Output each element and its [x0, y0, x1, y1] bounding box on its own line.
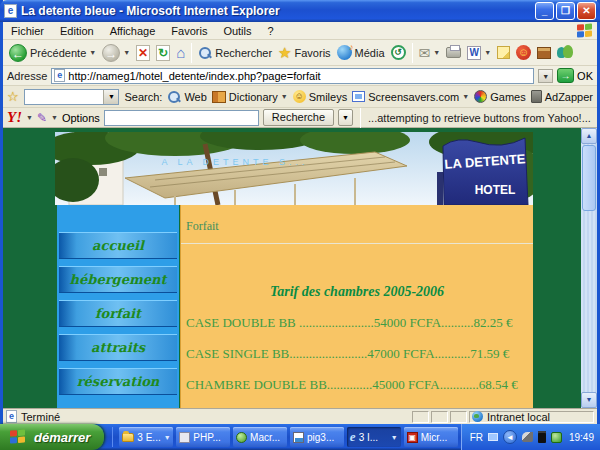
adzapper-button[interactable]: AdZapper: [531, 90, 593, 103]
sidebar-item-attraits[interactable]: attraits: [59, 334, 177, 361]
smileys-label: Smileys: [309, 91, 348, 103]
notes-button[interactable]: [494, 41, 513, 65]
task-button-macromedia[interactable]: Macr...: [233, 427, 287, 447]
status-zone: Intranet local: [469, 411, 594, 423]
hide-icons-chevron[interactable]: ◄: [503, 430, 517, 444]
go-button[interactable]: → OK: [557, 68, 593, 83]
php-app-icon: [179, 432, 190, 443]
back-dropdown-icon[interactable]: ▼: [89, 49, 96, 56]
yahoo-messenger-button[interactable]: ☺: [513, 41, 534, 65]
yahoo-logo[interactable]: Y!: [7, 109, 22, 126]
options-dropdown-icon[interactable]: ▼: [51, 114, 58, 121]
hero-photo-art: LA DETENTE HOTEL A LA DETENTE S...: [55, 132, 533, 205]
display-tray-icon[interactable]: [488, 433, 498, 441]
toolbar-separator: [412, 43, 413, 63]
mail-dropdown-icon[interactable]: ▼: [433, 49, 440, 56]
stop-icon: ✕: [136, 45, 150, 61]
forward-button[interactable]: → ▼: [99, 41, 133, 65]
refresh-button[interactable]: ↻: [153, 41, 173, 65]
address-input[interactable]: e http://nameg1/hotel_detente/index.php?…: [51, 68, 534, 84]
word-dropdown-icon[interactable]: ▼: [484, 49, 491, 56]
companion-search-input[interactable]: [104, 110, 259, 126]
messenger-button[interactable]: [554, 41, 576, 65]
start-label: démarrer: [34, 430, 90, 445]
web-search-icon: [167, 90, 181, 104]
scroll-up-icon[interactable]: ▲: [581, 128, 597, 144]
smileys-button[interactable]: ☺ Smileys: [293, 90, 348, 103]
games-button[interactable]: Games: [474, 90, 525, 103]
pencil-icon[interactable]: ✎: [37, 111, 47, 125]
menu-help[interactable]: ?: [260, 22, 282, 39]
intranet-globe-icon: [472, 411, 483, 422]
sidebar-item-reservation[interactable]: réservation: [59, 368, 177, 395]
search-button[interactable]: Rechercher: [195, 41, 275, 65]
close-button[interactable]: ✕: [577, 2, 596, 20]
history-button[interactable]: ↺: [388, 41, 409, 65]
task-button-php[interactable]: PHP...: [176, 427, 230, 447]
menu-outils[interactable]: Outils: [215, 22, 259, 39]
internet-explorer-icon: e: [350, 429, 356, 445]
device-tray-icon[interactable]: [538, 431, 546, 443]
menu-favoris[interactable]: Favoris: [163, 22, 215, 39]
forward-dropdown-icon[interactable]: ▼: [123, 49, 130, 56]
minimize-button[interactable]: _: [535, 2, 554, 20]
task-button-ie-group[interactable]: e 3 I... ▼: [347, 427, 401, 447]
mail-button[interactable]: ✉ ▼: [416, 41, 444, 65]
taskbar-clock[interactable]: 19:49: [569, 432, 594, 443]
hero-overlay-text: A LA DETENTE S...: [161, 157, 308, 167]
sidebar-item-forfait[interactable]: forfait: [59, 300, 177, 327]
recherche-button[interactable]: Recherche: [263, 109, 334, 126]
yahoo-search-dropdown-icon[interactable]: ▼: [103, 90, 118, 104]
dictionary-dropdown-icon[interactable]: ▼: [281, 93, 288, 100]
recherche-dropdown-icon[interactable]: ▼: [338, 109, 353, 126]
edit-word-button[interactable]: W ▼: [464, 41, 494, 65]
tariff-row: CHAMBRE DOUBLE BB..............45000 FCF…: [186, 377, 533, 393]
address-dropdown-icon[interactable]: ▼: [538, 69, 553, 83]
back-button[interactable]: ← Précédente ▼: [6, 41, 99, 65]
title-bar[interactable]: e La detente bleue - Microsoft Internet …: [0, 0, 600, 22]
network-tray-icon[interactable]: [522, 432, 533, 442]
task-button-image[interactable]: pig3...: [290, 427, 344, 447]
bookmark-star-icon[interactable]: ☆: [7, 89, 19, 105]
tariff-row: CASE DOUBLE BB .......................54…: [186, 315, 533, 331]
status-panel: [450, 411, 467, 423]
yahoo-logo-dropdown-icon[interactable]: ▼: [26, 114, 33, 121]
stop-button[interactable]: ✕: [133, 41, 153, 65]
task-label: Macr...: [250, 432, 280, 443]
toolbar-separator: [191, 43, 192, 63]
status-panel: [412, 411, 429, 423]
language-indicator[interactable]: FR: [470, 432, 483, 443]
print-button[interactable]: [443, 41, 464, 65]
task-button-microsoft[interactable]: ▣ Micr...: [404, 427, 458, 447]
page-heading: Forfait: [186, 219, 533, 234]
start-button[interactable]: démarrer: [0, 424, 104, 450]
research-button[interactable]: [534, 41, 554, 65]
home-icon: ⌂: [176, 45, 185, 61]
screensavers-button[interactable]: Screensavers.com ▼: [352, 91, 469, 103]
favorites-button[interactable]: ★ Favoris: [275, 41, 334, 65]
scrollbar-thumb[interactable]: [582, 145, 596, 211]
task-button-explorer-group[interactable]: 3 E... ▼: [119, 427, 173, 447]
menu-fichier[interactable]: Fichier: [3, 22, 52, 39]
options-label[interactable]: Options: [62, 112, 100, 124]
back-icon: ←: [9, 44, 27, 62]
sidebar-item-hebergement[interactable]: hébergement: [59, 266, 177, 293]
go-label: OK: [577, 70, 593, 82]
home-button[interactable]: ⌂: [173, 41, 188, 65]
scroll-down-icon[interactable]: ▼: [581, 392, 597, 408]
games-label: Games: [490, 91, 525, 103]
antivirus-tray-icon[interactable]: [551, 432, 562, 443]
maximize-button[interactable]: ❐: [556, 2, 575, 20]
menu-affichage[interactable]: Affichage: [102, 22, 164, 39]
microsoft-app-icon: ▣: [407, 432, 418, 443]
screensavers-dropdown-icon[interactable]: ▼: [462, 93, 469, 100]
dictionary-button[interactable]: Dictionary ▼: [212, 91, 288, 103]
yahoo-search-input[interactable]: ▼: [24, 89, 120, 105]
vertical-scrollbar[interactable]: ▲ ▼: [581, 128, 597, 408]
macromedia-icon: [236, 432, 247, 443]
yahoo-web-button[interactable]: Web: [167, 90, 206, 104]
menu-edition[interactable]: Edition: [52, 22, 102, 39]
sidebar-item-accueil[interactable]: accueil: [59, 232, 177, 259]
media-button[interactable]: ♪ Média: [334, 41, 388, 65]
taskbar-separator: [112, 427, 113, 447]
